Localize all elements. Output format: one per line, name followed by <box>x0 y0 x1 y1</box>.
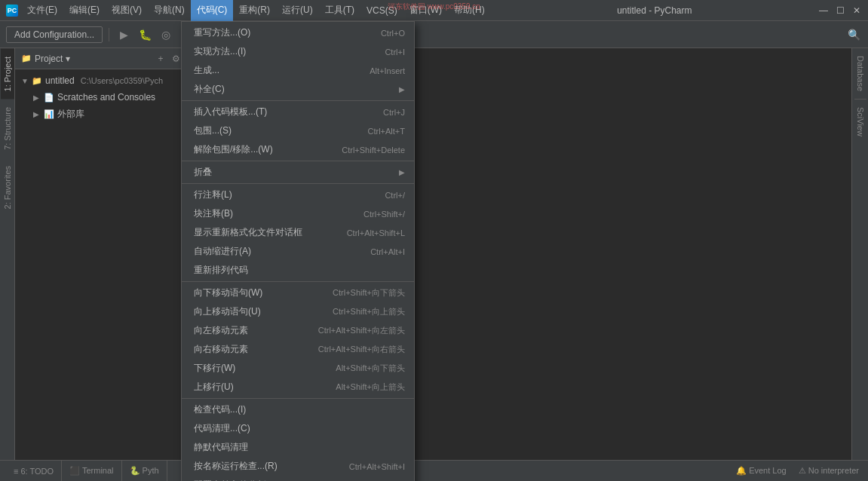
menu-item-shortcut: Ctrl+I <box>385 47 405 57</box>
menu-item[interactable]: 上移行(U)Alt+Shift+向上箭头 <box>182 378 414 397</box>
menu-item-vcss[interactable]: VCS(S) <box>360 0 403 21</box>
menu-item-label: 代码清理...(C) <box>194 422 250 435</box>
search-icon[interactable]: 🔍 <box>845 26 862 43</box>
menu-item[interactable]: 检查代码...(I) <box>182 400 414 419</box>
right-tab-database[interactable]: Database <box>854 51 866 96</box>
menu-item[interactable]: 显示重新格式化文件对话框Ctrl+Alt+Shift+L <box>182 223 414 242</box>
minimize-button[interactable]: — <box>818 5 829 16</box>
menu-item[interactable]: 重新排列代码 <box>182 261 414 280</box>
menu-item-label: 补全(C) <box>194 83 225 96</box>
folder-icon: 📁 <box>32 75 42 86</box>
menu-item-label: 上移行(U) <box>194 381 234 394</box>
tree-item-label: Scratches and Consoles <box>57 92 155 103</box>
menu-item-t[interactable]: 工具(T) <box>319 0 360 21</box>
menu-item[interactable]: 行注释(L)Ctrl+/ <box>182 185 414 204</box>
right-tab-sciview[interactable]: SciView <box>854 103 866 141</box>
tree-arrow: ▶ <box>33 93 41 102</box>
menu-item-label: 块注释(B) <box>194 207 233 220</box>
settings-icon[interactable]: ⚙ <box>170 53 182 65</box>
menu-item-e[interactable]: 文件(E) <box>21 0 63 21</box>
menu-item-c[interactable]: 代码(C) <box>191 0 234 21</box>
menu-item[interactable]: 静默代码清理 <box>182 438 414 457</box>
menu-item[interactable]: 块注释(B)Ctrl+Shift+/ <box>182 204 414 223</box>
bottombar-tab-python[interactable]: 🐍 Pyth <box>122 461 167 482</box>
menu-item[interactable]: 配置当前文件分析...Ctrl+Alt+Shift+H <box>182 476 414 481</box>
menu-item[interactable]: 折叠▶ <box>182 163 414 182</box>
bottombar-tab-todo[interactable]: ≡ 6: TODO <box>6 461 62 482</box>
menu-item-shortcut: Alt+Shift+向上箭头 <box>336 381 405 393</box>
menu-item[interactable]: 补全(C)▶ <box>182 80 414 99</box>
menu-item-shortcut: Ctrl+O <box>381 29 405 38</box>
menu-item-e[interactable]: 编辑(E) <box>63 0 106 21</box>
menu-item[interactable]: 向左移动元素Ctrl+Alt+Shift+向左箭头 <box>182 321 414 340</box>
menu-item-shortcut: Ctrl+Alt+Shift+向左箭头 <box>318 325 405 336</box>
main-content: 1: Project7: Structure2: Favorites 📁 Pro… <box>0 48 868 460</box>
menu-item[interactable]: 下移行(W)Alt+Shift+向下箭头 <box>182 359 414 378</box>
bottombar-right: 🔔 Event Log ⚠ No interpreter <box>733 466 862 476</box>
menu-item[interactable]: 向上移动语句(U)Ctrl+Shift+向上箭头 <box>182 302 414 321</box>
menu-item-r[interactable]: 重构(R) <box>233 0 276 21</box>
menu-item-label: 插入代码模板...(T) <box>194 106 267 118</box>
menu-item-label: 静默代码清理 <box>194 441 248 454</box>
menu-separator <box>182 183 414 184</box>
menu-item[interactable]: 解除包围/移除...(W)Ctrl+Shift+Delete <box>182 140 414 159</box>
interpreter-status[interactable]: ⚠ No interpreter <box>796 466 862 476</box>
dropdown-menu: 重写方法...(O)Ctrl+O实现方法...(I)Ctrl+I生成...Alt… <box>181 21 415 481</box>
project-panel-header: 📁 Project ▾ + ⚙ <box>15 48 188 69</box>
menu-item-shortcut: Ctrl+Alt+I <box>370 247 405 256</box>
menu-item[interactable]: 包围...(S)Ctrl+Alt+T <box>182 121 414 140</box>
maximize-button[interactable]: ☐ <box>835 5 845 16</box>
debug-button[interactable]: 🐛 <box>136 26 153 43</box>
bottombar-tab-terminal[interactable]: ⬛ Terminal <box>62 461 121 482</box>
interpreter-label: No interpreter <box>808 466 859 475</box>
menu-separator <box>182 398 414 399</box>
menu-item[interactable]: 插入代码模板...(T)Ctrl+J <box>182 103 414 121</box>
menu-item-n[interactable]: 导航(N) <box>148 0 191 21</box>
menu-item-label: 重写方法...(O) <box>194 26 250 39</box>
menu-item-shortcut: Alt+Insert <box>370 66 405 75</box>
tree-item-scratches[interactable]: ▶ 📄 Scratches and Consoles <box>15 89 188 106</box>
left-tab-2favorites[interactable]: 2: Favorites <box>1 158 14 216</box>
menu-item-label: 向右移动元素 <box>194 343 248 356</box>
bottombar: ≡ 6: TODO ⬛ Terminal 🐍 Pyth 🔔 Event Log … <box>0 460 868 481</box>
menu-item-label: 解除包围/移除...(W) <box>194 143 273 156</box>
add-folder-icon[interactable]: + <box>155 53 167 65</box>
menu-item[interactable]: 向右移动元素Ctrl+Alt+Shift+向右箭头 <box>182 340 414 359</box>
app-logo: PC <box>6 5 18 17</box>
menu-item-label: 折叠 <box>194 166 212 179</box>
menu-item[interactable]: 按名称运行检查...(R)Ctrl+Alt+Shift+I <box>182 457 414 476</box>
search-everywhere-button[interactable]: 🔍 <box>845 26 862 43</box>
menu-item[interactable]: 自动缩进行(A)Ctrl+Alt+I <box>182 242 414 261</box>
menu-item-w[interactable]: 窗口(W) <box>403 0 448 21</box>
menu-item[interactable]: 生成...Alt+Insert <box>182 61 414 80</box>
project-header-icons: + ⚙ <box>155 53 182 65</box>
close-button[interactable]: ✕ <box>851 5 862 16</box>
menu-item[interactable]: 代码清理...(C) <box>182 419 414 438</box>
menu-item[interactable]: 重写方法...(O)Ctrl+O <box>182 23 414 42</box>
menu-item-label: 向左移动元素 <box>194 324 248 337</box>
menu-item[interactable]: 向下移动语句(W)Ctrl+Shift+向下箭头 <box>182 283 414 302</box>
menu-item-shortcut: Ctrl+Shift+Delete <box>342 146 405 155</box>
project-panel-title: Project ▾ <box>35 54 152 64</box>
menu-item-shortcut: Ctrl+Shift+向下箭头 <box>333 287 405 299</box>
menu-item-h[interactable]: 帮助(H) <box>448 0 491 21</box>
tree-item-label: 外部库 <box>57 108 84 121</box>
event-log-button[interactable]: 🔔 Event Log <box>733 466 790 476</box>
menu-item-shortcut: Ctrl+Shift+向上箭头 <box>333 306 405 317</box>
menu-item[interactable]: 实现方法...(I)Ctrl+I <box>182 42 414 61</box>
tree-item-external-libs[interactable]: ▶ 📊 外部库 <box>15 106 188 122</box>
run-button[interactable]: ▶ <box>115 26 132 43</box>
menu-item-label: 包围...(S) <box>194 124 232 137</box>
left-tab-1project[interactable]: 1: Project <box>1 48 14 99</box>
menu-item-label: 向上移动语句(U) <box>194 305 261 318</box>
tree-item-untitled[interactable]: ▼ 📁 untitled C:\Users\pc0359\Pych <box>15 72 188 89</box>
left-tab-7structure[interactable]: 7: Structure <box>1 99 14 158</box>
menu-item-label: 向下移动语句(W) <box>194 286 262 299</box>
add-configuration-button[interactable]: Add Configuration... <box>6 26 103 43</box>
tree-item-label: untitled <box>45 75 75 86</box>
menu-item-v[interactable]: 视图(V) <box>106 0 148 21</box>
menu-item-label: 重新排列代码 <box>194 264 248 277</box>
menu-item-shortcut: Ctrl+Alt+Shift+向右箭头 <box>318 344 405 355</box>
menu-item-u[interactable]: 运行(U) <box>276 0 319 21</box>
coverage-button[interactable]: ◎ <box>158 26 174 43</box>
